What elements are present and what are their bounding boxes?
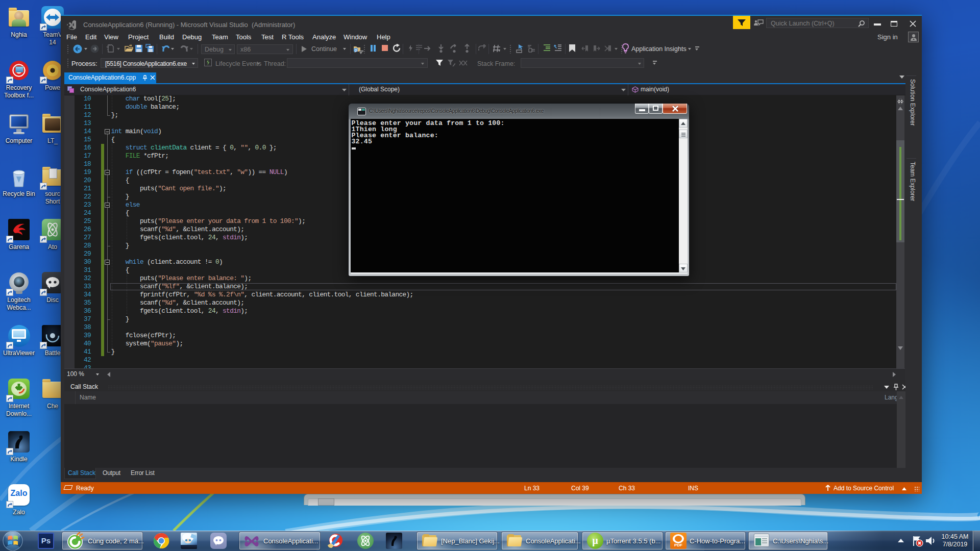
svg-text:p: p	[355, 47, 357, 53]
